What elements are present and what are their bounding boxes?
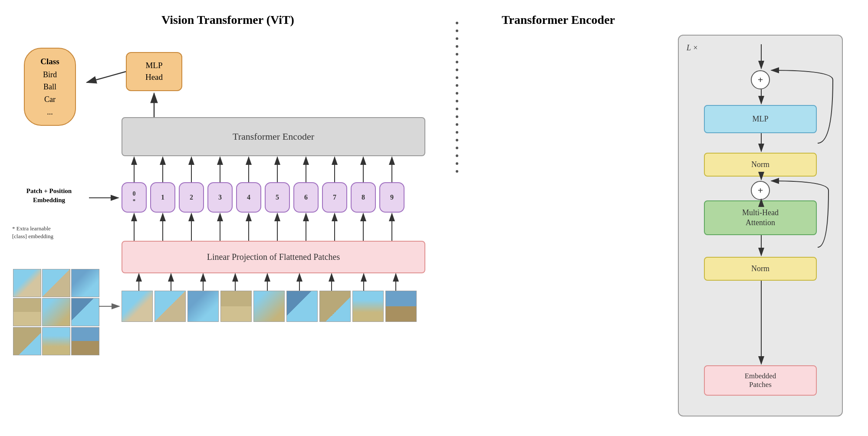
token-0-star: * [133,197,136,204]
extra-learnable-note: * Extra learnable[class] embedding [12,225,99,240]
enc-norm1-label: Norm [751,160,769,169]
row-patch-8 [352,291,384,322]
mlp-head-box: MLPHead [126,52,182,91]
mlp-head-label: MLPHead [145,60,163,83]
class-item-car: Car [44,93,56,106]
plus-circle-top: + [751,70,770,89]
row-patch-1 [122,291,153,322]
token-2-label: 2 [190,193,193,201]
enc-mlp-label: MLP [752,115,768,124]
vit-title: Vision Transformer (ViT) [9,13,447,27]
extra-learnable-text: * Extra learnable[class] embedding [12,225,53,239]
lx-label: L × [687,43,698,52]
token-5: 5 [265,182,290,213]
token-8: 8 [351,182,376,213]
patch-embed-text: Patch + PositionEmbedding [26,187,72,203]
token-6-label: 6 [304,193,308,201]
enc-norm2-block: Norm [704,257,817,281]
class-item-bird: Bird [43,69,57,81]
class-item-ball: Ball [43,81,56,93]
svg-line-2 [87,72,126,82]
row-patch-7 [319,291,351,322]
token-0-label: 0 [133,190,136,197]
source-patch-2 [42,269,70,297]
token-5-label: 5 [276,193,279,201]
token-8-label: 8 [362,193,365,201]
vit-section: Vision Transformer (ViT) Class Bird Ball… [0,0,456,436]
token-3: 3 [207,182,233,213]
image-patches-row [122,291,417,322]
source-patch-3 [71,269,99,297]
token-0: 0 * [122,182,147,213]
token-4-label: 4 [247,193,250,201]
class-label: Class [40,55,59,68]
tokens-row: 0 * 1 2 3 4 5 6 7 8 9 [122,182,404,213]
token-4: 4 [236,182,261,213]
row-patch-5 [253,291,285,322]
source-patch-9 [71,327,99,355]
source-patch-4 [13,298,41,326]
enc-mlp-block: MLP [704,105,817,133]
token-1-label: 1 [161,193,164,201]
token-3-label: 3 [218,193,222,201]
row-patch-4 [220,291,252,322]
encoder-diagram: L × + MLP Norm + Multi-HeadAttention [678,35,843,416]
patch-embed-label: Patch + PositionEmbedding [12,187,86,205]
class-output-box: Class Bird Ball Car ... [24,48,76,126]
row-patch-2 [155,291,186,322]
encoder-section: Transformer Encoder L × + MLP Norm + Mul [458,0,868,436]
transformer-encoder-box: Transformer Encoder [122,117,425,156]
source-patch-7 [13,327,41,355]
enc-embedded-patches: EmbeddedPatches [704,365,817,396]
enc-embedded-label: EmbeddedPatches [745,372,776,389]
source-patch-5 [42,298,70,326]
row-patch-9 [385,291,417,322]
token-2: 2 [179,182,204,213]
enc-attention-label: Multi-HeadAttention [742,208,779,228]
row-patch-6 [286,291,318,322]
token-9: 9 [379,182,404,213]
source-patch-6 [71,298,99,326]
encoder-title: Transformer Encoder [502,13,860,27]
linear-proj-box: Linear Projection of Flattened Patches [122,241,425,273]
token-6: 6 [293,182,319,213]
enc-norm2-label: Norm [751,264,769,273]
source-image-grid [13,269,99,355]
source-patch-1 [13,269,41,297]
row-patch-3 [187,291,219,322]
enc-attention-block: Multi-HeadAttention [704,200,817,235]
class-item-dots: ... [47,106,53,118]
plus-circle-mid: + [751,181,770,200]
token-7: 7 [322,182,347,213]
plus-mid-symbol: + [758,185,763,196]
source-patch-8 [42,327,70,355]
token-7-label: 7 [333,193,336,201]
token-9-label: 9 [390,193,394,201]
enc-norm1-block: Norm [704,153,817,177]
main-container: Vision Transformer (ViT) Class Bird Ball… [0,0,868,436]
token-1: 1 [150,182,175,213]
plus-top-symbol: + [758,74,763,85]
